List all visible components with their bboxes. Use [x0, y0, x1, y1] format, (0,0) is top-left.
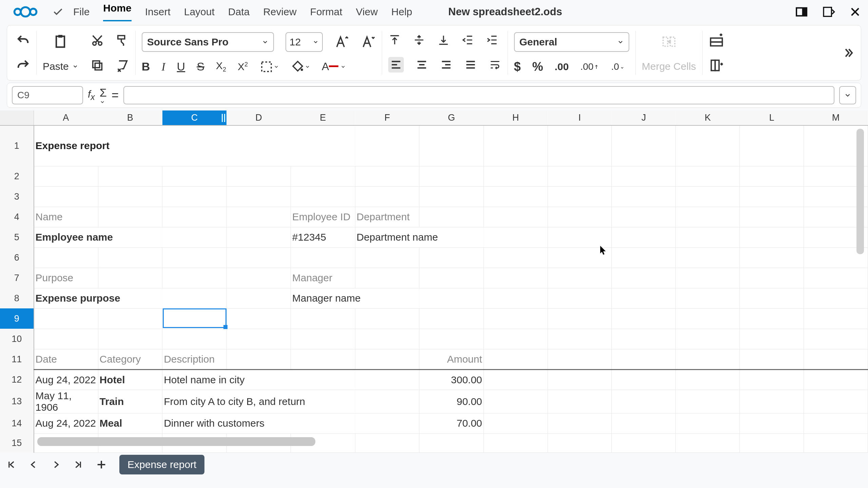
cell-C11[interactable]: Description — [162, 349, 227, 369]
cell-G4[interactable] — [419, 207, 484, 227]
cell-J13[interactable] — [612, 390, 676, 413]
percent-button[interactable]: % — [532, 60, 543, 74]
col-header-K[interactable]: K — [676, 110, 740, 125]
row-header-15[interactable]: 15 — [0, 433, 34, 452]
cell-G13[interactable]: 90.00 — [419, 390, 484, 413]
cell-F13[interactable] — [355, 390, 419, 413]
col-header-D[interactable]: D — [226, 110, 291, 125]
cell-D2[interactable] — [226, 166, 291, 186]
col-header-J[interactable]: J — [612, 110, 676, 125]
first-sheet-icon[interactable] — [6, 460, 16, 470]
menu-format[interactable]: Format — [310, 6, 342, 18]
row-header-1[interactable]: 1 — [0, 125, 34, 166]
cell-C8[interactable] — [162, 288, 227, 308]
cell-K10[interactable] — [676, 329, 740, 349]
cell-F5[interactable]: Department name — [355, 227, 484, 247]
cell-C14[interactable]: Dinner with customers — [162, 413, 355, 433]
undo-button[interactable] — [16, 34, 30, 48]
cell-E3[interactable] — [291, 186, 355, 207]
redo-button[interactable] — [16, 58, 30, 73]
cell-G12[interactable]: 300.00 — [419, 369, 484, 390]
cell-F9[interactable] — [355, 308, 419, 329]
cell-L8[interactable] — [740, 288, 804, 308]
cell-I14[interactable] — [548, 413, 612, 433]
underline-button[interactable]: U — [177, 60, 185, 73]
cell-D7[interactable] — [226, 268, 291, 288]
cell-I3[interactable] — [548, 186, 612, 207]
cell-L7[interactable] — [740, 268, 804, 288]
cell-H7[interactable] — [484, 268, 548, 288]
cell-E5[interactable]: #12345 — [291, 227, 355, 247]
insert-row-icon[interactable] — [709, 33, 724, 48]
cell-C12[interactable]: Hotel name in city — [162, 369, 355, 390]
cell-A1[interactable]: Expense report — [34, 125, 355, 166]
next-sheet-icon[interactable] — [51, 460, 61, 470]
cell-C6[interactable] — [162, 247, 227, 268]
equals-icon[interactable]: = — [112, 88, 119, 102]
cell-M11[interactable] — [804, 349, 868, 369]
paste-button[interactable]: Paste — [43, 61, 78, 72]
align-center-icon[interactable] — [415, 58, 428, 71]
font-name-select[interactable]: Source Sans Pro — [142, 32, 274, 52]
last-sheet-icon[interactable] — [73, 460, 83, 470]
row-header-8[interactable]: 8 — [0, 288, 34, 308]
cell-reference-box[interactable]: C9 — [12, 86, 83, 104]
cell-E10[interactable] — [291, 329, 355, 349]
number-format-select[interactable]: General — [514, 32, 629, 52]
cell-D6[interactable] — [226, 247, 291, 268]
cell-B7[interactable] — [98, 268, 162, 288]
cell-K8[interactable] — [676, 288, 740, 308]
cell-I15[interactable] — [548, 433, 612, 452]
cell-F1[interactable] — [355, 125, 419, 166]
cell-L14[interactable] — [740, 413, 804, 433]
cell-B2[interactable] — [98, 166, 162, 186]
cell-B9[interactable] — [98, 308, 162, 329]
menu-view[interactable]: View — [356, 6, 378, 18]
cell-H3[interactable] — [484, 186, 548, 207]
row-header-6[interactable]: 6 — [0, 247, 34, 268]
cell-K9[interactable] — [676, 308, 740, 329]
cell-C3[interactable] — [162, 186, 227, 207]
cell-I4[interactable] — [548, 207, 612, 227]
cell-C10[interactable] — [162, 329, 227, 349]
fill-color-button[interactable] — [291, 60, 310, 74]
row-header-5[interactable]: 5 — [0, 227, 34, 247]
spreadsheet-area[interactable]: ABCDEFGHIJKLM1Expense report234NameEmplo… — [0, 110, 868, 449]
cell-I2[interactable] — [548, 166, 612, 186]
cell-A4[interactable]: Name — [34, 207, 98, 227]
increase-decimal-icon[interactable]: .00 — [580, 61, 599, 72]
cell-K7[interactable] — [676, 268, 740, 288]
merge-cells-button[interactable]: Merge Cells — [642, 61, 696, 72]
cell-J3[interactable] — [612, 186, 676, 207]
cell-K6[interactable] — [676, 247, 740, 268]
cell-H15[interactable] — [484, 433, 548, 452]
cell-C9[interactable] — [162, 308, 227, 329]
subscript-button[interactable]: X2 — [216, 60, 226, 73]
cell-J15[interactable] — [612, 433, 676, 452]
cell-A9[interactable] — [34, 308, 98, 329]
cell-K12[interactable] — [676, 369, 740, 390]
cell-F10[interactable] — [355, 329, 419, 349]
cell-L11[interactable] — [740, 349, 804, 369]
cell-C7[interactable] — [162, 268, 227, 288]
cell-A2[interactable] — [34, 166, 98, 186]
cell-I7[interactable] — [548, 268, 612, 288]
cell-J8[interactable] — [612, 288, 676, 308]
cell-B3[interactable] — [98, 186, 162, 207]
cell-F14[interactable] — [355, 413, 419, 433]
menu-home[interactable]: Home — [103, 2, 131, 21]
cell-F12[interactable] — [355, 369, 419, 390]
cell-B14[interactable]: Meal — [98, 413, 162, 433]
row-header-9[interactable]: 9 — [0, 308, 34, 329]
cell-M10[interactable] — [804, 329, 868, 349]
copy-icon[interactable] — [91, 59, 104, 72]
clear-format-icon[interactable] — [116, 59, 129, 72]
cell-A3[interactable] — [34, 186, 98, 207]
cell-H4[interactable] — [484, 207, 548, 227]
cell-I1[interactable] — [548, 125, 612, 166]
superscript-button[interactable]: X2 — [238, 61, 248, 73]
format-paint-icon[interactable] — [116, 34, 129, 47]
bold-button[interactable]: B — [142, 60, 150, 73]
cell-G14[interactable]: 70.00 — [419, 413, 484, 433]
decrease-decimal-icon[interactable]: .0 — [611, 61, 625, 72]
